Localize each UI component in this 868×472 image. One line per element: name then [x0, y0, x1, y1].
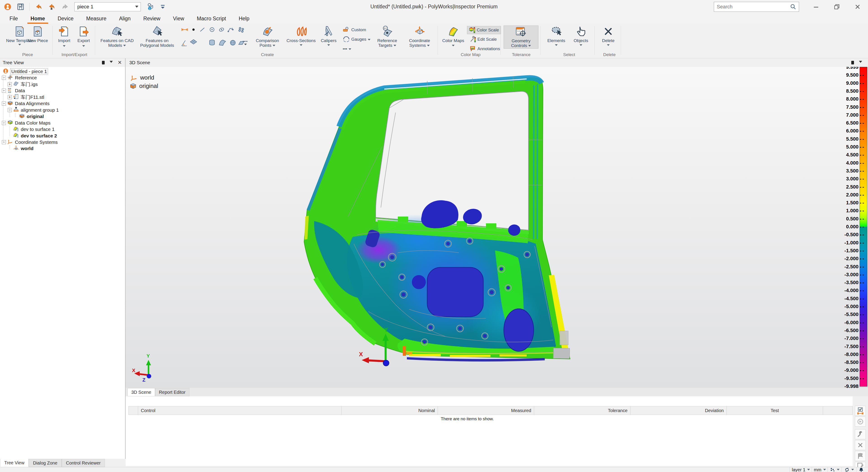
import-button[interactable]: Import: [55, 26, 73, 47]
menu-item-review[interactable]: Review: [137, 13, 166, 24]
close-button[interactable]: [847, 0, 868, 13]
check-fit-tolerance-button[interactable]: [855, 406, 866, 416]
pin-icon[interactable]: [851, 61, 854, 64]
panel-close-icon[interactable]: ✕: [118, 60, 122, 65]
menu-item-help[interactable]: Help: [232, 13, 256, 24]
menu-item-file[interactable]: File: [3, 13, 24, 24]
tree-item-original[interactable]: original: [13, 113, 44, 120]
comparison-points-button[interactable]: Comparison Points: [250, 26, 284, 48]
tab-3d-scene[interactable]: 3D Scene: [127, 388, 155, 396]
tree-item-alignment-group-1[interactable]: −alignment group 1: [8, 107, 59, 113]
color-maps-button[interactable]: Color Maps: [441, 26, 466, 48]
original-overlay-item[interactable]: original: [129, 82, 158, 90]
column-header-measured[interactable]: Measured: [438, 406, 534, 415]
door-model-3d[interactable]: [301, 72, 583, 366]
tree-item-world[interactable]: world: [8, 145, 33, 152]
units-selector[interactable]: mm: [812, 467, 828, 472]
scale-tick-label: 3.000: [846, 176, 859, 182]
remove-control-button[interactable]: [855, 440, 866, 450]
column-header-control[interactable]: Control: [138, 406, 342, 415]
menu-item-device[interactable]: Device: [51, 13, 80, 24]
piece-info-icon[interactable]: i: [146, 2, 155, 11]
menu-item-measure[interactable]: Measure: [80, 13, 113, 24]
tree-item-data-alignments[interactable]: −Data Alignments: [2, 100, 50, 107]
tree-item-untitled-piece-1[interactable]: Untitled - piece 1: [1, 68, 48, 74]
layer-selector[interactable]: layer 1: [789, 467, 812, 472]
scale-tick-label: -7.500: [844, 344, 859, 349]
tab-tree-view[interactable]: Tree View: [0, 459, 29, 467]
piece-selector-combo[interactable]: piece 1: [74, 2, 141, 11]
tree-item-data-color-maps[interactable]: −Data Color Maps: [2, 120, 51, 126]
viewport-3d[interactable]: world original: [126, 67, 868, 388]
tree-item-data[interactable]: −010011110Data: [2, 88, 25, 94]
select-elements-button[interactable]: Elements: [544, 26, 569, 46]
tree-expand-toggle[interactable]: +: [8, 95, 12, 99]
tab-control-reviewer[interactable]: Control Reviewer: [62, 459, 105, 467]
sync-menu[interactable]: [842, 467, 857, 472]
export-button[interactable]: Export: [74, 26, 93, 47]
pin-icon[interactable]: [102, 61, 105, 64]
search-icon[interactable]: [790, 3, 797, 10]
coordinate-systems-button[interactable]: Coordinate Systems: [404, 26, 435, 48]
tree-item-dev-to-surface-2[interactable]: dev to surface 2: [8, 133, 57, 139]
undo-all-button[interactable]: [48, 3, 56, 11]
panel-menu-icon[interactable]: [859, 61, 862, 64]
column-header-test[interactable]: Test: [727, 406, 823, 415]
measure-disabled-button[interactable]: [855, 417, 866, 427]
menu-item-macro-script[interactable]: Macro Script: [191, 13, 232, 24]
tree-expand-toggle[interactable]: −: [2, 76, 6, 80]
feature-primitives-toolbar[interactable]: [181, 27, 249, 50]
tree-item-dev-to-surface-1[interactable]: dev to surface 1: [8, 126, 55, 132]
select-objects-button[interactable]: Objects: [569, 26, 592, 46]
panel-menu-icon[interactable]: [110, 61, 113, 64]
annotations-button[interactable]: Annotations: [468, 45, 502, 53]
delete-button[interactable]: Delete: [598, 26, 618, 46]
gauges-button[interactable]: Gauges: [341, 35, 372, 43]
calipers-button[interactable]: Calipers: [318, 26, 340, 46]
edit-scale-button[interactable]: Edit Scale: [468, 35, 499, 43]
geometry-controls-toggle[interactable]: 0.00.0 Geometry Controls: [504, 26, 538, 49]
features-on-cad-models-button[interactable]: Features on CAD Models: [99, 26, 135, 48]
tree-item-车门f11-stl[interactable]: +车门F11.stl: [8, 94, 44, 100]
customize-toolbar-icon[interactable]: [160, 4, 166, 10]
tree-item-reference[interactable]: −Reference: [2, 74, 37, 81]
tree-expand-toggle[interactable]: −: [2, 89, 6, 93]
search-input[interactable]: [714, 4, 790, 10]
menu-item-home[interactable]: Home: [24, 13, 51, 24]
column-header-tolerance[interactable]: Tolerance: [534, 406, 630, 415]
flag-control-button[interactable]: [855, 451, 866, 461]
column-header-nominal[interactable]: Nominal: [342, 406, 438, 415]
edit-tools-button[interactable]: [855, 429, 866, 439]
reference-targets-button[interactable]: A1 Reference Targets: [373, 26, 402, 48]
menu-item-align[interactable]: Align: [113, 13, 137, 24]
restore-button[interactable]: [827, 0, 847, 13]
minimize-button[interactable]: [806, 0, 827, 13]
tree-expand-toggle[interactable]: −: [2, 140, 6, 144]
menu-item-view[interactable]: View: [166, 13, 190, 24]
search-box[interactable]: [714, 2, 799, 12]
new-piece-button[interactable]: New Piece: [25, 26, 50, 43]
tree-expand-toggle[interactable]: −: [8, 108, 12, 112]
world-overlay-item[interactable]: world: [130, 74, 154, 81]
column-header-deviation[interactable]: Deviation: [630, 406, 727, 415]
notifications-button[interactable]: [857, 467, 866, 472]
tab-report-editor[interactable]: Report Editor: [155, 388, 189, 396]
save-button[interactable]: [17, 3, 24, 11]
more-create-options-button[interactable]: •••: [341, 45, 353, 53]
column-header-filler: [823, 406, 852, 415]
features-on-polygonal-models-button[interactable]: Features on Polygonal Models: [135, 26, 179, 48]
tree-expand-toggle[interactable]: +: [8, 82, 12, 86]
tree-item-车门-igs[interactable]: +车门.igs: [8, 81, 38, 88]
digital-readout-menu[interactable]: [828, 467, 842, 472]
tab-dialog-zone[interactable]: Dialog Zone: [29, 459, 62, 467]
redo-button[interactable]: [61, 3, 69, 11]
tree-expand-toggle[interactable]: −: [2, 121, 6, 125]
color-scale-toggle[interactable]: Color Scale: [467, 26, 501, 34]
tree-item-coordinate-systems[interactable]: −Coordinate Systems: [2, 139, 58, 145]
undo-button[interactable]: [35, 3, 43, 11]
polyworks-logo-icon[interactable]: [4, 3, 12, 11]
custom-gauge-button[interactable]: Custom: [341, 26, 368, 34]
color-scale-bar[interactable]: [860, 67, 867, 386]
tree-expand-toggle[interactable]: −: [2, 101, 6, 105]
cross-sections-button[interactable]: Cross-Sections: [285, 26, 317, 46]
